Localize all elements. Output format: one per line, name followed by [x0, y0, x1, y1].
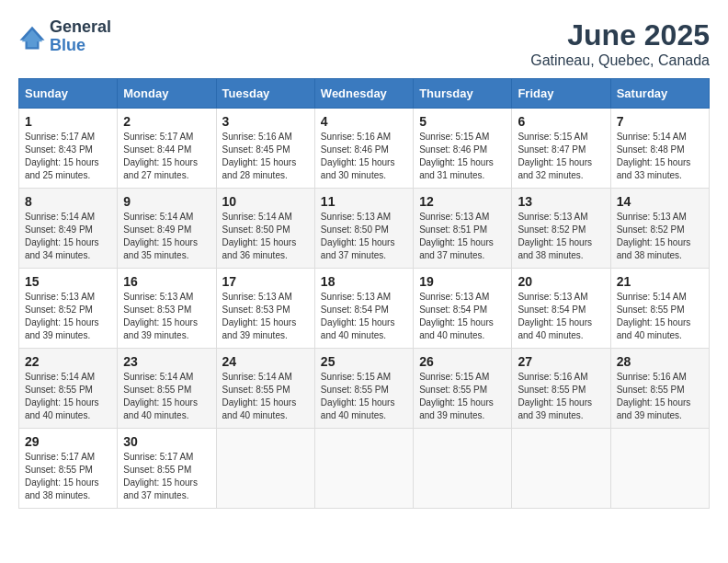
- calendar-cell: 15Sunrise: 5:13 AMSunset: 8:52 PMDayligh…: [19, 269, 118, 349]
- col-sunday: Sunday: [19, 79, 118, 109]
- calendar-cell: 11Sunrise: 5:13 AMSunset: 8:50 PMDayligh…: [314, 189, 413, 269]
- day-number: 30: [123, 434, 210, 449]
- cell-details: Sunrise: 5:13 AMSunset: 8:51 PMDaylight:…: [419, 211, 506, 262]
- col-friday: Friday: [512, 79, 610, 109]
- cell-details: Sunrise: 5:14 AMSunset: 8:55 PMDaylight:…: [25, 371, 111, 422]
- day-number: 5: [419, 114, 506, 129]
- calendar-cell: 20Sunrise: 5:13 AMSunset: 8:54 PMDayligh…: [512, 269, 610, 349]
- location-text: Gatineau, Quebec, Canada: [530, 52, 710, 69]
- cell-details: Sunrise: 5:13 AMSunset: 8:50 PMDaylight:…: [321, 211, 407, 262]
- calendar-cell: 21Sunrise: 5:14 AMSunset: 8:55 PMDayligh…: [610, 269, 709, 349]
- cell-details: Sunrise: 5:16 AMSunset: 8:55 PMDaylight:…: [518, 371, 604, 422]
- calendar-cell: 23Sunrise: 5:14 AMSunset: 8:55 PMDayligh…: [118, 349, 216, 429]
- logo-text: General Blue: [50, 18, 111, 55]
- calendar-cell: 26Sunrise: 5:15 AMSunset: 8:55 PMDayligh…: [414, 349, 512, 429]
- calendar-cell: 27Sunrise: 5:16 AMSunset: 8:55 PMDayligh…: [512, 349, 610, 429]
- calendar-row: 22Sunrise: 5:14 AMSunset: 8:55 PMDayligh…: [19, 349, 710, 429]
- day-number: 18: [321, 274, 407, 289]
- calendar-cell: 2Sunrise: 5:17 AMSunset: 8:44 PMDaylight…: [118, 109, 216, 189]
- calendar-cell: 30Sunrise: 5:17 AMSunset: 8:55 PMDayligh…: [118, 429, 216, 509]
- cell-details: Sunrise: 5:16 AMSunset: 8:55 PMDaylight:…: [617, 371, 703, 422]
- calendar-table: Sunday Monday Tuesday Wednesday Thursday…: [18, 78, 710, 509]
- calendar-cell: 22Sunrise: 5:14 AMSunset: 8:55 PMDayligh…: [19, 349, 118, 429]
- calendar-cell: [314, 429, 413, 509]
- cell-details: Sunrise: 5:14 AMSunset: 8:55 PMDaylight:…: [222, 371, 309, 422]
- day-number: 3: [222, 114, 309, 129]
- calendar-cell: 13Sunrise: 5:13 AMSunset: 8:52 PMDayligh…: [512, 189, 610, 269]
- col-saturday: Saturday: [610, 79, 709, 109]
- cell-details: Sunrise: 5:17 AMSunset: 8:43 PMDaylight:…: [25, 131, 111, 182]
- day-number: 11: [321, 194, 407, 209]
- cell-details: Sunrise: 5:14 AMSunset: 8:55 PMDaylight:…: [617, 291, 703, 342]
- calendar-cell: 4Sunrise: 5:16 AMSunset: 8:46 PMDaylight…: [314, 109, 413, 189]
- logo-general-text: General: [50, 18, 111, 37]
- cell-details: Sunrise: 5:14 AMSunset: 8:49 PMDaylight:…: [25, 211, 111, 262]
- calendar-row: 8Sunrise: 5:14 AMSunset: 8:49 PMDaylight…: [19, 189, 710, 269]
- calendar-cell: 1Sunrise: 5:17 AMSunset: 8:43 PMDaylight…: [19, 109, 118, 189]
- col-monday: Monday: [118, 79, 216, 109]
- day-number: 13: [518, 194, 604, 209]
- cell-details: Sunrise: 5:13 AMSunset: 8:54 PMDaylight:…: [518, 291, 604, 342]
- day-number: 22: [25, 354, 111, 369]
- day-number: 2: [123, 114, 210, 129]
- cell-details: Sunrise: 5:13 AMSunset: 8:52 PMDaylight:…: [25, 291, 111, 342]
- day-number: 4: [321, 114, 407, 129]
- cell-details: Sunrise: 5:15 AMSunset: 8:55 PMDaylight:…: [419, 371, 506, 422]
- calendar-cell: 9Sunrise: 5:14 AMSunset: 8:49 PMDaylight…: [118, 189, 216, 269]
- day-number: 29: [25, 434, 111, 449]
- day-number: 17: [222, 274, 309, 289]
- calendar-cell: 24Sunrise: 5:14 AMSunset: 8:55 PMDayligh…: [216, 349, 314, 429]
- col-wednesday: Wednesday: [314, 79, 413, 109]
- day-number: 15: [25, 274, 111, 289]
- cell-details: Sunrise: 5:13 AMSunset: 8:53 PMDaylight:…: [222, 291, 309, 342]
- title-area: June 2025 Gatineau, Quebec, Canada: [530, 18, 710, 69]
- calendar-cell: 6Sunrise: 5:15 AMSunset: 8:47 PMDaylight…: [512, 109, 610, 189]
- calendar-cell: 8Sunrise: 5:14 AMSunset: 8:49 PMDaylight…: [19, 189, 118, 269]
- logo-blue-text: Blue: [50, 37, 111, 55]
- calendar-cell: [216, 429, 314, 509]
- col-tuesday: Tuesday: [216, 79, 314, 109]
- calendar-cell: [512, 429, 610, 509]
- calendar-cell: [414, 429, 512, 509]
- day-number: 8: [25, 194, 111, 209]
- cell-details: Sunrise: 5:17 AMSunset: 8:55 PMDaylight:…: [123, 451, 210, 502]
- cell-details: Sunrise: 5:13 AMSunset: 8:52 PMDaylight:…: [518, 211, 604, 262]
- calendar-row: 1Sunrise: 5:17 AMSunset: 8:43 PMDaylight…: [19, 109, 710, 189]
- cell-details: Sunrise: 5:13 AMSunset: 8:52 PMDaylight:…: [617, 211, 703, 262]
- day-number: 24: [222, 354, 309, 369]
- day-number: 16: [123, 274, 210, 289]
- cell-details: Sunrise: 5:13 AMSunset: 8:53 PMDaylight:…: [123, 291, 210, 342]
- cell-details: Sunrise: 5:15 AMSunset: 8:47 PMDaylight:…: [518, 131, 604, 182]
- calendar-cell: 3Sunrise: 5:16 AMSunset: 8:45 PMDaylight…: [216, 109, 314, 189]
- cell-details: Sunrise: 5:13 AMSunset: 8:54 PMDaylight:…: [321, 291, 407, 342]
- day-number: 23: [123, 354, 210, 369]
- day-number: 9: [123, 194, 210, 209]
- calendar-cell: [610, 429, 709, 509]
- cell-details: Sunrise: 5:16 AMSunset: 8:46 PMDaylight:…: [321, 131, 407, 182]
- cell-details: Sunrise: 5:15 AMSunset: 8:46 PMDaylight:…: [419, 131, 506, 182]
- calendar-cell: 18Sunrise: 5:13 AMSunset: 8:54 PMDayligh…: [314, 269, 413, 349]
- calendar-row: 29Sunrise: 5:17 AMSunset: 8:55 PMDayligh…: [19, 429, 710, 509]
- cell-details: Sunrise: 5:16 AMSunset: 8:45 PMDaylight:…: [222, 131, 309, 182]
- page-header: General Blue June 2025 Gatineau, Quebec,…: [18, 18, 710, 69]
- day-number: 14: [617, 194, 703, 209]
- calendar-cell: 5Sunrise: 5:15 AMSunset: 8:46 PMDaylight…: [414, 109, 512, 189]
- calendar-cell: 14Sunrise: 5:13 AMSunset: 8:52 PMDayligh…: [610, 189, 709, 269]
- calendar-cell: 10Sunrise: 5:14 AMSunset: 8:50 PMDayligh…: [216, 189, 314, 269]
- day-number: 27: [518, 354, 604, 369]
- logo: General Blue: [18, 18, 111, 55]
- day-number: 10: [222, 194, 309, 209]
- month-title: June 2025: [530, 18, 710, 52]
- cell-details: Sunrise: 5:15 AMSunset: 8:55 PMDaylight:…: [321, 371, 407, 422]
- day-number: 25: [321, 354, 407, 369]
- calendar-cell: 29Sunrise: 5:17 AMSunset: 8:55 PMDayligh…: [19, 429, 118, 509]
- cell-details: Sunrise: 5:13 AMSunset: 8:54 PMDaylight:…: [419, 291, 506, 342]
- col-thursday: Thursday: [414, 79, 512, 109]
- day-number: 6: [518, 114, 604, 129]
- cell-details: Sunrise: 5:14 AMSunset: 8:49 PMDaylight:…: [123, 211, 210, 262]
- day-number: 19: [419, 274, 506, 289]
- day-number: 20: [518, 274, 604, 289]
- day-number: 7: [617, 114, 703, 129]
- cell-details: Sunrise: 5:17 AMSunset: 8:55 PMDaylight:…: [25, 451, 111, 502]
- calendar-cell: 28Sunrise: 5:16 AMSunset: 8:55 PMDayligh…: [610, 349, 709, 429]
